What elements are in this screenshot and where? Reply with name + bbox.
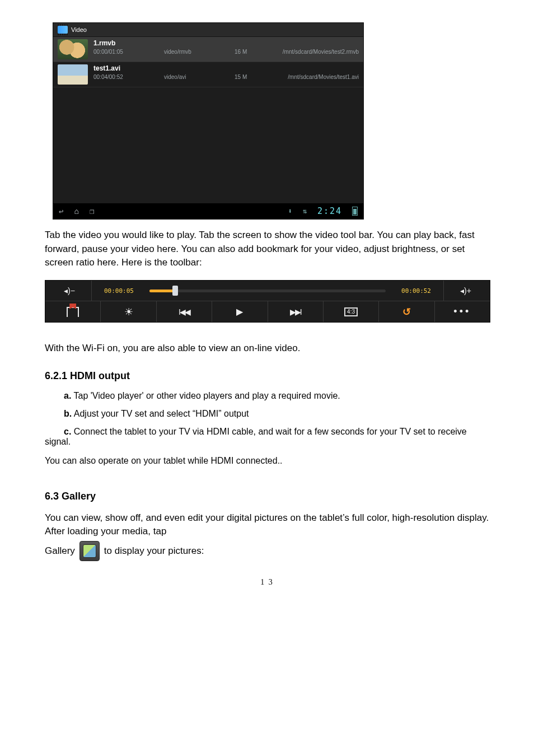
recent-apps-icon[interactable]: ❐ xyxy=(90,207,95,216)
volume-down-button[interactable]: ◂)− xyxy=(48,281,92,301)
step-text: Tap 'Video player' or other video player… xyxy=(71,391,340,400)
gallery-suffix: to display your pictures: xyxy=(104,545,204,557)
paragraph: Tab the video you would like to play. Ta… xyxy=(45,228,489,270)
step-text: Connect the tablet to your TV via HDMI c… xyxy=(45,427,467,446)
volume-up-button[interactable]: ◂)+ xyxy=(443,281,488,301)
video-thumbnail xyxy=(58,64,88,85)
skip-next-icon: ▶▶I xyxy=(290,307,301,316)
battery-icon xyxy=(352,207,358,216)
play-button[interactable]: ▶ xyxy=(212,301,268,322)
aspect-ratio-button[interactable]: 4:3 xyxy=(324,301,379,322)
video-duration: 00:04/00:52 xyxy=(93,74,161,80)
video-size: 15 M xyxy=(235,74,268,80)
section-heading-hdmi: 6.2.1 HDMI output xyxy=(45,370,489,382)
home-icon[interactable]: ⌂ xyxy=(74,207,79,216)
step-label: b. xyxy=(64,409,72,418)
more-icon: ••• xyxy=(453,306,471,318)
replay-button[interactable]: ↺ xyxy=(379,301,434,322)
skip-previous-icon: I◀◀ xyxy=(179,307,190,316)
video-codec: video/rmvb xyxy=(164,49,231,55)
film-icon xyxy=(58,26,68,34)
time-current: 00:00:05 xyxy=(95,287,143,295)
brightness-icon: ☀ xyxy=(124,306,133,318)
step-c: c. Connect the tablet to your TV via HDM… xyxy=(45,427,489,447)
play-icon: ▶ xyxy=(236,306,243,317)
gallery-app-icon[interactable] xyxy=(79,541,100,561)
download-icon: ⬇ xyxy=(288,207,292,215)
replay-icon: ↺ xyxy=(402,306,411,318)
video-row[interactable]: test1.avi 00:04/00:52 video/avi 15 M /mn… xyxy=(53,62,363,87)
paragraph: You can also operate on your tablet whil… xyxy=(45,456,489,466)
more-button[interactable]: ••• xyxy=(435,301,490,322)
video-codec: video/avi xyxy=(164,74,231,80)
video-thumbnail xyxy=(58,39,88,59)
wifi-icon: ⇅ xyxy=(303,207,307,215)
bookmark-icon xyxy=(67,307,79,317)
video-row[interactable]: 1.rmvb 00:00/01:05 video/rmvb 16 M /mnt/… xyxy=(53,37,363,62)
video-toolbar: ◂)− 00:00:05 00:00:52 ◂)+ ☀ I◀◀ ▶ ▶▶I 4:… xyxy=(45,280,490,323)
gallery-word: Gallery xyxy=(45,545,75,557)
video-app-header: Video xyxy=(53,23,363,37)
step-label: c. xyxy=(64,427,71,436)
step-b: b. Adjust your TV set and select “HDMI” … xyxy=(45,409,489,419)
video-filename: 1.rmvb xyxy=(93,39,359,47)
brightness-button[interactable]: ☀ xyxy=(101,301,156,322)
video-size: 16 M xyxy=(235,49,268,55)
step-a: a. Tap 'Video player' or other video pla… xyxy=(45,391,489,401)
seek-bar[interactable] xyxy=(149,290,386,292)
video-path: /mnt/sdcard/Movies/test2.rmvb xyxy=(271,49,359,55)
paragraph: You can view, show off, and even edit yo… xyxy=(45,511,489,539)
aspect-ratio-icon: 4:3 xyxy=(344,307,358,316)
video-app-window: Video 1.rmvb 00:00/01:05 video/rmvb 16 M… xyxy=(53,22,364,220)
previous-button[interactable]: I◀◀ xyxy=(157,301,212,322)
time-total: 00:00:52 xyxy=(392,287,440,295)
seek-knob[interactable] xyxy=(172,286,178,296)
step-label: a. xyxy=(64,391,71,400)
paragraph: With the Wi-Fi on, you are also able to … xyxy=(45,342,489,356)
video-filename: test1.avi xyxy=(93,64,359,72)
system-navbar: ↩ ⌂ ❐ ⬇ ⇅ 2:24 xyxy=(53,203,363,219)
gallery-line: Gallery to display your pictures: xyxy=(45,541,489,561)
step-text: Adjust your TV set and select “HDMI” out… xyxy=(72,409,249,418)
page-number: 1 3 xyxy=(45,578,489,587)
bookmark-button[interactable] xyxy=(45,301,101,322)
video-duration: 00:00/01:05 xyxy=(93,49,161,55)
video-app-title: Video xyxy=(71,26,87,33)
status-clock: 2:24 xyxy=(317,206,342,216)
video-path: /mnt/sdcard/Movies/test1.avi xyxy=(271,74,359,80)
next-button[interactable]: ▶▶I xyxy=(268,301,324,322)
section-heading-gallery: 6.3 Gallery xyxy=(45,491,489,502)
back-icon[interactable]: ↩ xyxy=(59,207,64,216)
